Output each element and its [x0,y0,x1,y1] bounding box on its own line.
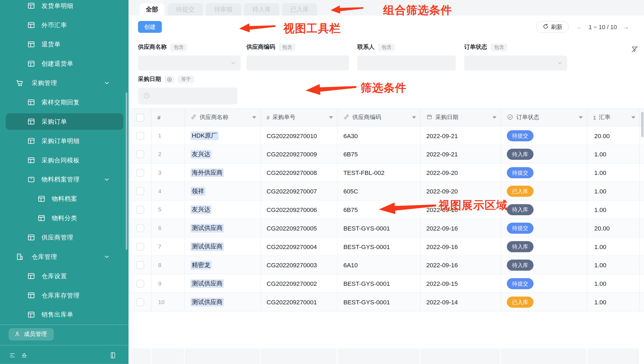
column-header-采购单号[interactable]: #采购单号 [261,109,338,126]
column-menu-icon[interactable] [252,116,256,119]
tab-待提交[interactable]: 待提交 [168,3,203,16]
table-icon [37,195,45,203]
eject-icon[interactable] [20,352,28,359]
tab-待入库[interactable]: 待入库 [244,3,280,16]
supplier-name-cell[interactable]: 领祥 [185,182,261,200]
row-checkbox[interactable] [136,298,144,306]
main-area: 全部待提交待审核待入库已入库 创建 刷新 ← 1 ~ 10 / 10 → 供应商… [129,0,644,364]
supplier-name-cell[interactable]: 友兴达 [185,145,261,163]
sidebar-item-索样交期回复[interactable]: 索样交期回复 [0,94,129,110]
select-all-checkbox[interactable] [136,114,144,122]
annotation-arrow [238,21,277,34]
empty-cell [261,348,337,364]
sidebar-item-仓库库存管理[interactable]: 仓库库存管理 [0,287,129,304]
supplier-name-cell[interactable]: 测试供应商 [185,219,261,237]
chevron-down-icon[interactable] [104,80,110,86]
filter-op-badge[interactable]: 包含 [378,43,395,51]
sidebar-item-退货单[interactable]: 退货单 [0,36,129,53]
refresh-button[interactable]: 刷新 [536,21,569,33]
supplier-name-value: 测试供应商 [191,242,224,251]
column-menu-icon[interactable] [329,116,333,119]
column-menu-icon[interactable] [631,116,635,119]
tab-待审核[interactable]: 待审核 [206,3,241,16]
row-checkbox[interactable] [136,169,144,177]
sidebar-item-label: 退货单 [41,41,60,48]
row-checkbox[interactable] [136,242,144,250]
row-checkbox[interactable] [136,132,144,139]
sidebar-item-供应商管理[interactable]: 供应商管理 [0,229,129,245]
supplier-code-input[interactable] [247,56,349,71]
sidebar-item-创建退货单[interactable]: 创建退货单 [0,56,129,72]
column-menu-icon[interactable] [493,116,497,119]
supplier-name-cell[interactable]: 测试供应商 [185,293,261,311]
supplier-name-cell[interactable]: 海外供应商 [185,163,261,181]
filter-op-badge[interactable]: 包含 [279,43,295,51]
sidebar-item-采购订单[interactable]: 采购订单 [0,113,129,130]
supplier-name-cell[interactable]: 精密龙 [185,256,261,274]
next-page-icon[interactable]: → [623,23,629,31]
column-header-#[interactable]: # [151,109,185,126]
column-label: 采购日期 [435,114,458,121]
row-select-cell [130,145,151,163]
supplier-name-cell[interactable]: 友兴达 [185,201,261,219]
contact-input[interactable] [357,56,456,71]
filter-label: 联系人 [357,44,375,51]
sidebar-item-采购订单明细[interactable]: 采购订单明细 [0,133,129,149]
sidebar-item-物料档案[interactable]: 物料档案 [0,191,129,207]
create-button[interactable]: 创建 [138,21,162,33]
column-header-订单状态[interactable]: 订单状态 [501,109,587,126]
sidebar-item-销售出库单[interactable]: 销售出库单 [0,307,129,323]
sidebar-item-仓库设置[interactable]: 仓库设置 [0,268,129,284]
order-status-select[interactable] [464,56,567,71]
column-menu-icon[interactable] [579,116,583,119]
row-index-cell: 3 [151,163,185,181]
supplier-name-cell[interactable]: HDK原厂 [185,126,261,144]
row-checkbox[interactable] [136,150,144,158]
supplier-name-cell[interactable]: 测试供应商 [185,274,261,292]
column-menu-icon[interactable] [412,116,416,119]
vertical-scrollbar-thumb[interactable] [641,112,643,137]
column-header-采购日期[interactable]: 采购日期 [421,109,501,126]
filter-label: 供应商编码 [247,44,275,51]
row-checkbox[interactable] [136,206,144,214]
list-menu-icon[interactable] [9,352,16,359]
row-checkbox[interactable] [136,261,144,269]
supplier-code-cell: BEST-GYS-0001 [338,293,421,311]
filter-op-badge[interactable]: 包含 [171,43,187,51]
supplier-name-value: 友兴达 [191,205,212,214]
purchase-date-input[interactable] [138,87,238,104]
sidebar-scrollbar-thumb[interactable] [126,92,127,250]
sidebar-item-label: 采购订单明细 [41,137,80,145]
row-checkbox[interactable] [136,187,144,195]
chevron-down-icon[interactable] [104,176,110,183]
supplier-name-cell[interactable]: 测试供应商 [185,237,261,255]
filter-label: 采购日期 [138,75,161,83]
chevron-down-icon[interactable] [104,253,110,260]
sidebar-item-物料档案管理[interactable]: 物料档案管理 [0,171,129,188]
prev-page-icon[interactable]: ← [576,23,583,31]
tab-已入库[interactable]: 已入库 [282,3,317,16]
sidebar-item-外币汇率[interactable]: 外币汇率 [0,17,129,33]
supplier-code-cell: 605C [338,182,421,200]
sidebar-item-采购管理[interactable]: 采购管理 [0,75,129,91]
clear-filter-icon[interactable] [630,45,639,53]
collapse-sidebar-icon[interactable] [109,352,117,359]
filter-op-badge[interactable]: 等于 [178,75,194,83]
sidebar-item-采购合同模板[interactable]: 采购合同模板 [0,152,129,168]
supplier-name-select[interactable] [138,56,241,71]
member-management-button[interactable]: 成员管理 [9,328,54,341]
purchase-date-cell: 2022-09-20 [421,182,501,200]
tab-全部[interactable]: 全部 [140,3,164,16]
column-header-供应商编码[interactable]: 供应商编码 [338,109,421,126]
filter-op-badge[interactable]: 包含 [491,43,507,51]
row-checkbox[interactable] [136,224,144,232]
sidebar-item-物料分类[interactable]: 物料分类 [0,210,129,226]
sidebar-item-仓库管理[interactable]: 仓库管理 [0,248,129,265]
number-icon: 1 [593,114,596,121]
column-header-供应商名称[interactable]: 供应商名称 [185,109,261,126]
row-checkbox[interactable] [136,280,144,287]
column-header-汇率[interactable]: 1汇率 [587,109,640,126]
member-management-label: 成员管理 [24,331,47,338]
timezone-circle-icon[interactable] [165,75,174,83]
sidebar-item-发货单明细[interactable]: 发货单明细 [0,0,129,14]
